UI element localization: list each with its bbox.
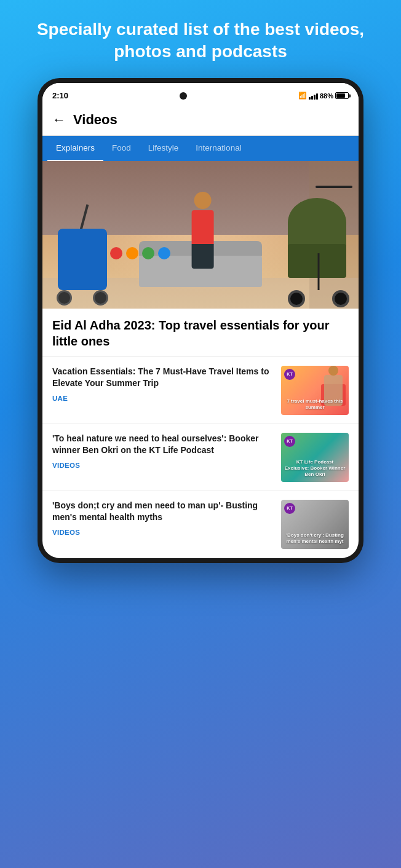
battery-icon xyxy=(335,92,349,99)
toy-green xyxy=(142,247,154,259)
article-thumb-3: KT 'Boys don't cry': Busting men's menta… xyxy=(281,500,349,549)
status-time: 2:10 xyxy=(52,91,68,100)
stroller-right xyxy=(282,186,355,309)
tab-explainers[interactable]: Explainers xyxy=(47,136,103,161)
article-text-1: Vacation Essentials: The 7 Must-Have Tra… xyxy=(52,366,274,402)
tab-food[interactable]: Food xyxy=(103,136,140,161)
hero-title[interactable]: Eid Al Adha 2023: Top travel essentials … xyxy=(42,309,359,357)
article-item-2[interactable]: 'To heal nature we need to heal ourselve… xyxy=(42,424,359,491)
promo-header: Specially curated list of the best video… xyxy=(0,0,401,76)
article-title-2: 'To heal nature we need to heal ourselve… xyxy=(52,433,274,457)
article-item-1[interactable]: Vacation Essentials: The 7 Must-Have Tra… xyxy=(42,357,359,424)
back-button[interactable]: ← xyxy=(52,112,66,128)
thumb-label-1: 7 travel must-haves this summer xyxy=(281,398,349,411)
person-head xyxy=(194,192,212,209)
article-title-3: 'Boys don;t cry and men need to man up'-… xyxy=(52,500,274,524)
article-item-3[interactable]: 'Boys don;t cry and men need to man up'-… xyxy=(42,491,359,558)
phone-screen: 2:10 📶 88% ← Videos E xyxy=(42,83,359,558)
tab-lifestyle[interactable]: Lifestyle xyxy=(140,136,188,161)
thumb-logo-1: KT xyxy=(284,369,295,380)
thumb-logo-3: KT xyxy=(284,503,295,514)
wifi-icon: 📶 xyxy=(298,92,307,100)
nav-bar: ← Videos xyxy=(42,105,359,136)
thumb-label-2: KT Life Podcast Exclusive: Booker Winner… xyxy=(281,459,349,478)
toy-orange xyxy=(126,247,138,259)
person-figure xyxy=(192,192,214,269)
toy-blue xyxy=(158,247,170,259)
hero-image[interactable] xyxy=(42,161,359,309)
article-tag-2: VIDEOS xyxy=(52,462,274,469)
toys-area xyxy=(110,247,170,259)
page-title: Videos xyxy=(73,112,117,128)
signal-bars xyxy=(309,92,318,100)
thumb-label-3: 'Boys don't cry': Busting men's mental h… xyxy=(281,532,349,545)
article-text-2: 'To heal nature we need to heal ourselve… xyxy=(52,433,274,469)
phone-device: 2:10 📶 88% ← Videos E xyxy=(38,78,363,563)
battery-percent: 88% xyxy=(320,92,333,100)
article-text-3: 'Boys don;t cry and men need to man up'-… xyxy=(52,500,274,536)
category-tabs: Explainers Food Lifestyle International xyxy=(42,136,359,161)
article-tag-3: VIDEOS xyxy=(52,529,274,536)
tab-international[interactable]: International xyxy=(187,136,250,161)
article-thumb-1: KT 7 travel must-haves this summer xyxy=(281,366,349,415)
status-bar: 2:10 📶 88% xyxy=(42,83,359,105)
status-icons: 📶 88% xyxy=(298,92,349,100)
article-title-1: Vacation Essentials: The 7 Must-Have Tra… xyxy=(52,366,274,390)
camera-cutout xyxy=(180,92,187,100)
person-legs xyxy=(192,244,214,269)
article-thumb-2: KT KT Life Podcast Exclusive: Booker Win… xyxy=(281,433,349,482)
stroller-left xyxy=(52,198,113,309)
thumb-logo-2: KT xyxy=(284,436,295,447)
person-body xyxy=(192,210,214,244)
article-tag-1: UAE xyxy=(52,395,274,402)
